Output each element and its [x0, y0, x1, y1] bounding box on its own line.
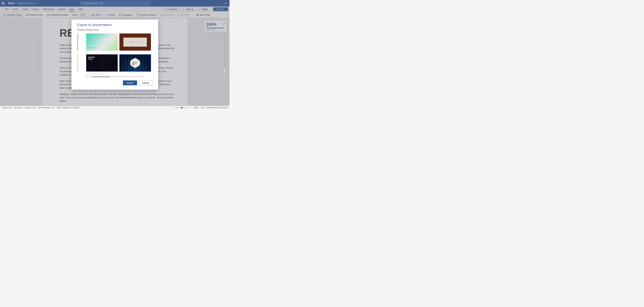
- horizontal-scrollbar[interactable]: [84, 76, 145, 77]
- theme-row-1: REPORT TITLE REPORT TITLE: [77, 33, 152, 51]
- fit-button[interactable]: ▭ Fit: [200, 107, 204, 109]
- theme-option-cropped[interactable]: [77, 54, 78, 72]
- zoom-out-button[interactable]: −: [171, 107, 172, 109]
- export-presentation-modal: Export to presentation Choose a design t…: [72, 19, 158, 90]
- zoom-slider[interactable]: [174, 107, 188, 108]
- status-right: − + 120% ▭ Fit Give Feedback to Microsof…: [171, 107, 228, 109]
- cancel-button[interactable]: Cancel: [139, 80, 152, 85]
- scroll-thumb[interactable]: [224, 33, 225, 69]
- theme-row-2: REPORTTITLE REPORTTITLE: [77, 54, 152, 72]
- status-words[interactable]: 241 words: [14, 107, 22, 109]
- status-zoom[interactable]: 120%: [194, 107, 198, 109]
- theme-label: REPORT TITLE: [124, 37, 147, 47]
- zoom-in-button[interactable]: +: [190, 107, 192, 109]
- theme-option-teal[interactable]: REPORT TITLE: [86, 33, 118, 51]
- theme-label: REPORTTITLE: [130, 58, 140, 68]
- modal-subtitle: Choose a design theme.: [77, 29, 152, 31]
- theme-option-partial[interactable]: [86, 72, 104, 75]
- theme-label: REPORTTITLE: [88, 56, 95, 60]
- status-bar: Page 1 of 1 241 words English (U.S.) Tex…: [0, 106, 230, 109]
- theme-option-cropped[interactable]: [77, 33, 78, 51]
- status-page[interactable]: Page 1 of 1: [3, 107, 12, 109]
- mouse-cursor: [132, 63, 135, 66]
- status-suggestions[interactable]: Editor Suggestions: Showing: [57, 107, 79, 109]
- modal-overlay: Export to presentation Choose a design t…: [0, 0, 230, 109]
- vertical-scrollbar[interactable]: [224, 33, 225, 73]
- fit-label: Fit: [202, 107, 204, 109]
- modal-title: Export to presentation: [77, 23, 152, 27]
- status-language[interactable]: English (U.S.): [25, 107, 36, 109]
- scroll-thumb[interactable]: [92, 76, 110, 77]
- theme-label: REPORT TITLE: [89, 47, 98, 48]
- slider-thumb[interactable]: [181, 107, 182, 108]
- modal-footer: Export Cancel: [77, 80, 152, 85]
- theme-option-mandala[interactable]: REPORTTITLE: [86, 54, 118, 72]
- export-button[interactable]: Export: [123, 80, 137, 85]
- status-predictions[interactable]: Text Predictions: On: [38, 107, 54, 109]
- theme-option-glitch[interactable]: REPORT TITLE: [119, 33, 151, 51]
- feedback-link[interactable]: Give Feedback to Microsoft: [206, 107, 228, 109]
- theme-option-neon[interactable]: REPORTTITLE: [119, 54, 151, 72]
